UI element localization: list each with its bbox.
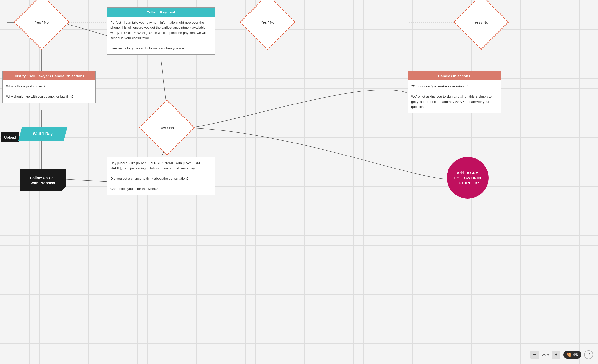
flowchart-canvas: Yes / No Yes / No Yes / No Yes / No Coll…	[0, 0, 598, 364]
diamond-2-label: Yes / No	[261, 20, 274, 24]
handle-objections-title: Handle Objections	[438, 74, 470, 78]
handle-objections-header: Handle Objections	[408, 71, 501, 80]
diamond-1-label: Yes / No	[35, 20, 49, 24]
follow-up-call-box: Follow Up CallWith Propsect	[20, 169, 66, 191]
upload-label: Upload	[4, 135, 16, 139]
zoom-in-button[interactable]: +	[552, 351, 560, 359]
justify-sell-title: Justify / Sell Lawyer / Handle Objection…	[14, 74, 84, 78]
handle-objections-card: Handle Objections "I'm not ready to make…	[408, 71, 501, 113]
justify-sell-header: Justify / Sell Lawyer / Handle Objection…	[3, 71, 95, 80]
collect-payment-title: Collect Payment	[147, 10, 175, 14]
collect-payment-header: Collect Payment	[107, 8, 215, 17]
wait-1-day-parallelogram: Wait 1 Day	[18, 127, 68, 141]
pages-icon: 🎨	[567, 352, 572, 357]
diamond-3-label: Yes / No	[160, 126, 174, 130]
connectors	[0, 0, 598, 364]
upload-box[interactable]: Upload	[1, 132, 19, 142]
bottom-toolbar: − 25% + 🎨 4/8 ?	[530, 350, 593, 359]
wait-1-day-label: Wait 1 Day	[33, 132, 53, 136]
justify-sell-card: Justify / Sell Lawyer / Handle Objection…	[2, 71, 96, 103]
diamond-4-label: Yes / No	[474, 20, 488, 24]
zoom-out-button[interactable]: −	[530, 351, 539, 359]
justify-sell-body: Why is this a paid consult? Why should I…	[3, 80, 95, 103]
help-button[interactable]: ?	[584, 350, 593, 359]
zoom-out-icon: −	[533, 351, 536, 358]
help-icon: ?	[587, 352, 590, 357]
collect-payment-body: Perfect - I can take your payment inform…	[107, 17, 215, 54]
collect-payment-card: Collect Payment Perfect - I can take you…	[107, 7, 215, 55]
page-indicator: 🎨 4/8	[563, 351, 581, 359]
zoom-in-icon: +	[555, 351, 558, 358]
follow-up-call-label: Follow Up CallWith Propsect	[30, 175, 55, 185]
handle-objections-body: "I'm not ready to make a decision..." We…	[408, 80, 501, 113]
svg-line-2	[61, 22, 107, 36]
zoom-level: 25%	[542, 353, 549, 357]
crm-circle[interactable]: Add To CRM FOLLOW UP IN FUTURE List	[447, 157, 489, 199]
follow-up-script-card: Hey [NAMe] - it's [INTAKE PERSON NAME] w…	[107, 157, 215, 195]
follow-up-script-body: Hey [NAMe] - it's [INTAKE PERSON NAME] w…	[107, 157, 215, 195]
svg-line-8	[64, 179, 107, 182]
page-count: 4/8	[573, 353, 578, 357]
crm-circle-label: Add To CRM FOLLOW UP IN FUTURE List	[451, 170, 485, 186]
